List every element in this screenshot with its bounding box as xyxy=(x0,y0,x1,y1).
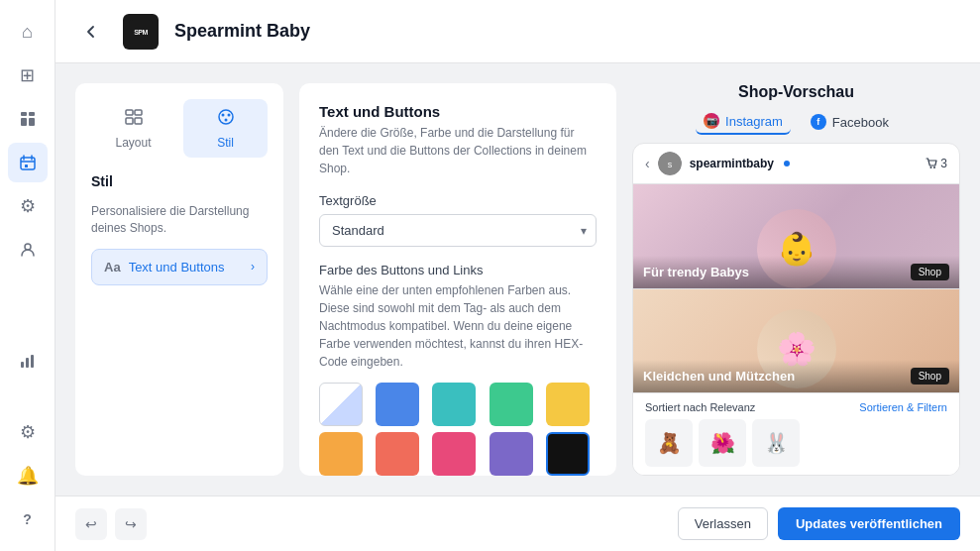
cancel-button[interactable]: Verlassen xyxy=(678,507,768,540)
sidebar-item-settings[interactable]: ⚙ xyxy=(8,186,48,226)
product-overlay-1: Für trendy Babys Shop xyxy=(633,256,959,288)
svg-rect-17 xyxy=(126,118,133,124)
svg-rect-0 xyxy=(21,112,27,116)
svg-rect-2 xyxy=(21,118,27,126)
svg-rect-11 xyxy=(26,358,29,368)
middle-panel: Text und Buttons Ändere die Größe, Farbe… xyxy=(299,83,616,476)
publish-button[interactable]: Updates veröffentlichen xyxy=(778,507,960,540)
color-swatch-yellow[interactable] xyxy=(546,383,590,426)
svg-rect-1 xyxy=(29,112,35,116)
sidebar-item-bell[interactable]: 🔔 xyxy=(8,456,48,496)
phone-back-icon[interactable]: ‹ xyxy=(645,156,650,171)
header: SPM Spearmint Baby xyxy=(55,0,980,63)
svg-rect-12 xyxy=(31,355,34,368)
color-swatch-white[interactable] xyxy=(319,383,363,426)
svg-point-9 xyxy=(25,244,31,250)
svg-rect-15 xyxy=(126,110,133,115)
phone-avatar: s xyxy=(658,152,682,175)
phone-topbar: ‹ s spearmintbaby 3 xyxy=(633,144,959,184)
product-title-2: Kleidchen und Mützchen xyxy=(643,369,795,384)
sidebar-item-help[interactable]: ? xyxy=(8,499,48,539)
facebook-icon: f xyxy=(811,114,826,130)
action-bar: ↩ ↪ Verlassen Updates veröffentlichen xyxy=(55,496,980,551)
middle-title: Text und Buttons xyxy=(319,103,597,120)
sidebar-item-grid[interactable]: ⊞ xyxy=(8,55,48,95)
sidebar-item-calendar[interactable] xyxy=(8,143,48,182)
brand-logo: SPM xyxy=(123,14,159,50)
textsize-field: Textgröße Klein Standard Groß ▾ xyxy=(319,193,597,247)
svg-point-25 xyxy=(930,166,932,168)
cart-count: 3 xyxy=(940,157,947,170)
color-swatch-pink[interactable] xyxy=(432,432,476,476)
product-card-1: 👶 Für trendy Babys Shop xyxy=(633,184,959,288)
product-title-1: Für trendy Babys xyxy=(643,265,749,279)
preview-tab-instagram[interactable]: 📷 Instagram xyxy=(696,109,791,135)
chevron-right-icon: › xyxy=(251,260,255,274)
phone-bottom-bar: Sortiert nach Relevanz Sortieren & Filte… xyxy=(633,392,959,475)
thumb-2[interactable]: 🌺 xyxy=(699,419,746,467)
content-body: Layout Stil Stil Personalisiere die Dars… xyxy=(55,63,980,496)
facebook-tab-label: Facebook xyxy=(832,115,889,130)
color-section-desc: Wähle eine der unten empfohlenen Farben … xyxy=(319,281,597,371)
filter-button[interactable]: Sortieren & Filtern xyxy=(859,401,947,413)
phone-cart[interactable]: 3 xyxy=(925,157,947,170)
action-buttons: Verlassen Updates veröffentlichen xyxy=(678,507,960,540)
text-buttons-menu-item[interactable]: Aa Text und Buttons › xyxy=(91,249,268,285)
svg-text:s: s xyxy=(667,160,672,169)
color-swatch-black[interactable] xyxy=(546,432,590,476)
sidebar-item-layout[interactable] xyxy=(8,99,48,139)
redo-button[interactable]: ↪ xyxy=(115,508,147,540)
left-panel-section-desc: Personalisiere die Darstellung deines Sh… xyxy=(91,203,268,237)
preview-tab-facebook[interactable]: f Facebook xyxy=(803,110,897,134)
left-panel-section-title: Stil xyxy=(91,173,268,189)
sidebar-item-home[interactable]: ⌂ xyxy=(8,12,48,52)
svg-rect-10 xyxy=(21,362,24,368)
back-button[interactable] xyxy=(75,16,107,48)
sort-bar: Sortiert nach Relevanz Sortieren & Filte… xyxy=(645,401,947,413)
color-section-label: Farbe des Buttons und Links xyxy=(319,263,597,277)
thumb-3[interactable]: 🐰 xyxy=(752,419,800,467)
product-overlay-2: Kleidchen und Mützchen Shop xyxy=(633,360,959,392)
color-swatch-coral[interactable] xyxy=(376,432,419,476)
sidebar-item-settings-bottom[interactable]: ⚙ xyxy=(8,412,48,452)
stil-tab-icon xyxy=(216,107,236,132)
sidebar-item-user[interactable] xyxy=(8,230,48,270)
main-area: SPM Spearmint Baby Layout Stil xyxy=(55,0,980,551)
svg-rect-18 xyxy=(135,118,142,124)
textsize-select[interactable]: Klein Standard Groß xyxy=(319,214,597,247)
thumb-1[interactable]: 🧸 xyxy=(645,419,693,467)
product-card-2: 🌸 Kleidchen und Mützchen Shop xyxy=(633,288,959,393)
svg-point-19 xyxy=(219,110,233,124)
shop-button-2[interactable]: Shop xyxy=(911,368,949,385)
sort-label: Sortiert nach Relevanz xyxy=(645,401,755,413)
color-swatch-orange[interactable] xyxy=(319,432,363,476)
color-swatch-teal[interactable] xyxy=(432,383,476,426)
color-section: Farbe des Buttons und Links Wähle eine d… xyxy=(319,263,597,476)
svg-point-22 xyxy=(224,119,227,122)
color-swatch-blue[interactable] xyxy=(376,383,419,426)
color-swatch-green[interactable] xyxy=(490,383,533,426)
phone-username: spearmintbaby xyxy=(690,157,774,170)
thumbnails: 🧸 🌺 🐰 xyxy=(645,419,947,467)
tab-layout[interactable]: Layout xyxy=(91,99,175,158)
middle-desc: Ändere die Größe, Farbe und die Darstell… xyxy=(319,124,597,177)
undo-button[interactable]: ↩ xyxy=(75,508,107,540)
preview-title: Shop-Vorschau xyxy=(632,83,960,101)
preview-tabs: 📷 Instagram f Facebook xyxy=(632,109,960,135)
svg-text:SPM: SPM xyxy=(134,29,148,36)
tab-stil-label: Stil xyxy=(217,136,234,150)
sidebar-item-chart[interactable] xyxy=(8,341,48,381)
color-swatch-purple[interactable] xyxy=(490,432,533,476)
svg-rect-8 xyxy=(25,165,28,167)
svg-rect-16 xyxy=(135,110,142,115)
svg-point-26 xyxy=(933,166,935,168)
tab-bar: Layout Stil xyxy=(91,99,268,158)
color-grid xyxy=(319,383,597,476)
textsize-label: Textgröße xyxy=(319,193,597,208)
textsize-select-wrapper: Klein Standard Groß ▾ xyxy=(319,214,597,247)
verified-dot xyxy=(784,161,790,166)
svg-point-21 xyxy=(227,114,230,117)
left-sidebar: ⌂ ⊞ ⚙ ⚙ 🔔 ? xyxy=(0,0,55,551)
shop-button-1[interactable]: Shop xyxy=(911,264,949,280)
tab-stil[interactable]: Stil xyxy=(183,99,268,158)
